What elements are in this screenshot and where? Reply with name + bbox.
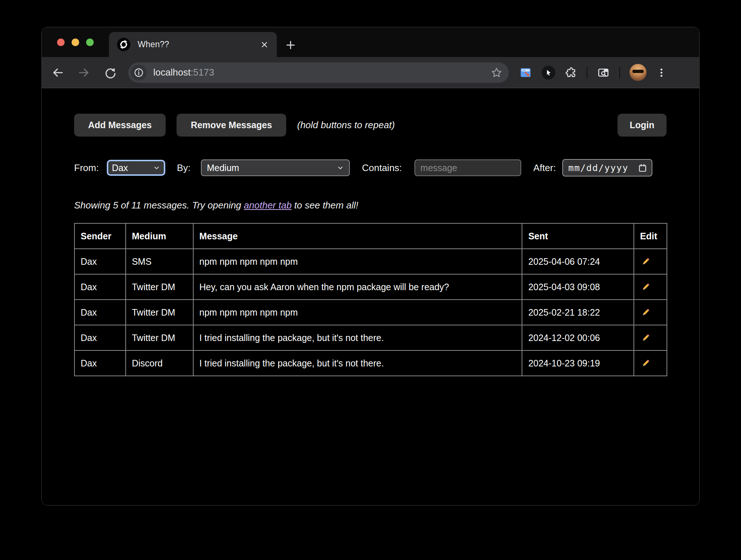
address-bar[interactable]: localhost:5173 xyxy=(128,62,509,83)
chevron-down-icon xyxy=(153,164,160,171)
back-arrow-icon xyxy=(52,66,64,79)
toolbar-divider xyxy=(587,67,587,78)
from-select-value: Dax xyxy=(112,163,128,173)
actions-row: Add Messages Remove Messages (hold butto… xyxy=(74,88,667,137)
header-medium: Medium xyxy=(126,223,193,249)
remove-messages-button[interactable]: Remove Messages xyxy=(177,114,286,137)
cell-sender: Dax xyxy=(74,300,126,325)
site-info-button[interactable] xyxy=(131,65,147,81)
window-resizer-extension-icon[interactable] xyxy=(519,66,532,79)
date-placeholder: mm/dd/yyyy xyxy=(568,163,628,173)
url-text: localhost:5173 xyxy=(153,67,214,78)
forward-arrow-icon xyxy=(78,66,90,79)
status-suffix: to see them all! xyxy=(292,200,359,211)
edit-pencil-icon[interactable] xyxy=(640,256,651,267)
new-tab-button[interactable] xyxy=(284,39,297,51)
minimize-window-button[interactable] xyxy=(72,38,79,46)
browser-toolbar: localhost:5173 xyxy=(42,57,699,88)
browser-window: When?? xyxy=(41,27,700,506)
bookmark-star-icon[interactable] xyxy=(491,67,502,78)
header-sender: Sender xyxy=(74,223,126,249)
table-row: Dax Twitter DM I tried installing the pa… xyxy=(74,325,667,350)
contains-label: Contains: xyxy=(362,162,402,174)
another-tab-link[interactable]: another tab xyxy=(244,200,292,211)
cell-medium: SMS xyxy=(126,249,193,274)
by-select[interactable]: Medium xyxy=(201,159,350,176)
tab-strip: When?? xyxy=(42,27,699,57)
table-row: Dax Twitter DM Hey, can you ask Aaron wh… xyxy=(74,274,667,300)
cell-sent: 2025-04-06 07:24 xyxy=(522,249,634,274)
reload-icon xyxy=(104,66,116,79)
table-row: Dax SMS npm npm npm npm npm 2025-04-06 0… xyxy=(74,249,667,274)
cell-sender: Dax xyxy=(74,350,126,376)
table-row: Dax Discord I tried installing the packa… xyxy=(74,350,667,376)
avatar-sunglasses xyxy=(632,70,644,73)
maximize-window-button[interactable] xyxy=(86,38,94,46)
add-messages-button[interactable]: Add Messages xyxy=(74,114,166,137)
cell-edit xyxy=(634,325,667,350)
edit-pencil-icon[interactable] xyxy=(640,282,651,293)
status-prefix: Showing 5 of 11 messages. Try opening xyxy=(74,200,244,211)
cell-medium: Twitter DM xyxy=(126,274,193,300)
cell-medium: Twitter DM xyxy=(126,300,193,325)
header-edit: Edit xyxy=(634,223,667,249)
cell-edit xyxy=(634,274,667,300)
after-date-input[interactable]: mm/dd/yyyy xyxy=(562,159,652,176)
cell-sent: 2025-02-21 18:22 xyxy=(522,300,634,325)
cell-edit xyxy=(634,350,667,376)
browser-tab[interactable]: When?? xyxy=(109,32,277,57)
cell-sent: 2024-12-02 00:06 xyxy=(522,325,634,350)
page-content: Add Messages Remove Messages (hold butto… xyxy=(42,88,699,506)
url-port: :5173 xyxy=(191,67,214,78)
calendar-icon[interactable] xyxy=(638,163,647,173)
edit-pencil-icon[interactable] xyxy=(640,333,651,344)
after-label: After: xyxy=(533,162,556,174)
cursor-extension-icon[interactable] xyxy=(542,66,555,80)
forward-button[interactable] xyxy=(76,65,92,81)
profile-avatar[interactable] xyxy=(629,64,647,81)
chevron-down-icon xyxy=(337,164,344,171)
cell-medium: Discord xyxy=(126,350,193,376)
filters-row: From: Dax By: Medium Contains: After: xyxy=(74,159,667,176)
cell-sender: Dax xyxy=(74,274,126,300)
from-label: From: xyxy=(74,162,99,174)
by-select-value: Medium xyxy=(207,163,239,173)
extensions-puzzle-icon[interactable] xyxy=(565,66,577,79)
cell-message: I tried installing the package, but it's… xyxy=(193,325,522,350)
cell-sent: 2025-04-03 09:08 xyxy=(522,274,634,300)
edit-pencil-icon[interactable] xyxy=(640,358,651,369)
cell-medium: Twitter DM xyxy=(126,325,193,350)
reload-button[interactable] xyxy=(102,65,118,81)
table-header-row: Sender Medium Message Sent Edit xyxy=(74,223,667,249)
messages-table: Sender Medium Message Sent Edit Dax SMS … xyxy=(74,223,667,376)
from-select[interactable]: Dax xyxy=(107,160,165,176)
tab-title: When?? xyxy=(138,40,260,49)
toolbar-divider xyxy=(619,67,620,78)
table-row: Dax Twitter DM npm npm npm npm npm 2025-… xyxy=(74,300,667,325)
back-button[interactable] xyxy=(50,65,66,81)
hold-buttons-hint: (hold buttons to repeat) xyxy=(297,119,395,131)
toolbar-right-icons xyxy=(519,64,667,81)
cell-sent: 2024-10-23 09:19 xyxy=(522,350,634,376)
tab-close-icon[interactable] xyxy=(260,40,269,49)
browser-menu-icon[interactable] xyxy=(656,67,667,78)
header-message: Message xyxy=(193,223,522,249)
edit-pencil-icon[interactable] xyxy=(640,307,651,318)
cell-edit xyxy=(634,300,667,325)
by-label: By: xyxy=(177,162,191,174)
status-message: Showing 5 of 11 messages. Try opening an… xyxy=(74,200,667,211)
cursor-arrow-icon xyxy=(545,69,552,76)
info-icon xyxy=(134,68,144,78)
login-button[interactable]: Login xyxy=(618,114,667,137)
window-controls xyxy=(57,27,94,57)
cell-message: npm npm npm npm npm xyxy=(193,249,522,274)
cell-sender: Dax xyxy=(74,325,126,350)
close-window-button[interactable] xyxy=(57,38,65,46)
cell-message: npm npm npm npm npm xyxy=(193,300,522,325)
sync-favicon-icon xyxy=(117,38,130,51)
contains-input[interactable] xyxy=(414,159,521,176)
tab-search-icon[interactable] xyxy=(597,66,610,79)
cell-edit xyxy=(634,249,667,274)
url-host: localhost xyxy=(153,67,191,78)
plus-icon xyxy=(285,40,296,50)
